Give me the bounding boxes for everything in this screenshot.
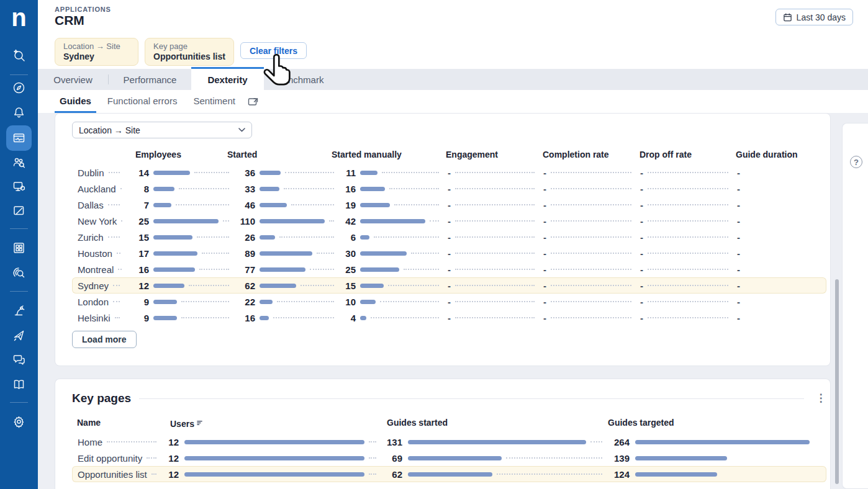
site-row-dallas[interactable]: Dallas74619---- (72, 197, 826, 213)
title-rule (139, 398, 804, 399)
site-name: Helsinki (72, 313, 122, 323)
breakdown-select[interactable]: Location → Site (72, 122, 252, 138)
sidebar-item-document-edit[interactable] (11, 203, 27, 218)
subtab-guides[interactable]: Guides (55, 90, 96, 113)
filter-chip-2[interactable]: Key pageOpportunities list (145, 38, 234, 66)
kebab-menu-icon[interactable]: ⋮ (815, 393, 826, 404)
sidebar-item-applications-pulse[interactable] (11, 130, 27, 146)
document-edit-icon (12, 204, 25, 217)
employees-bar (149, 284, 234, 288)
site-name: Sydney (72, 280, 122, 291)
tab-overview[interactable]: Overview (38, 69, 108, 90)
rocket-icon (12, 329, 25, 342)
guides-targeted-value: 139 (607, 453, 630, 464)
dotted-leader (430, 220, 439, 222)
page-title: CRM (55, 13, 84, 28)
dotted-leader (310, 269, 334, 270)
load-more-button[interactable]: Load more (72, 331, 137, 348)
key-page-row-opportunities-list[interactable]: Opportunities list1262124 (72, 466, 826, 482)
help-icon[interactable]: ? (850, 156, 862, 168)
guides-started-value: 62 (381, 469, 402, 480)
subtab-functional-errors[interactable]: Functional errors (102, 90, 183, 113)
dotted-leader (455, 317, 535, 318)
engagement-value: - (444, 264, 540, 275)
filter-chip-1[interactable]: Location → SiteSydney (55, 38, 138, 66)
column-header-name: Name (77, 418, 101, 428)
site-row-new-york[interactable]: New York2511042---- (72, 213, 826, 229)
sidebar-item-people-search[interactable] (11, 155, 27, 170)
site-row-sydney[interactable]: Sydney126215---- (72, 277, 826, 294)
engagement-value: - (444, 168, 540, 178)
subtab-sentiment[interactable]: Sentiment (188, 90, 240, 113)
dashboard-grid-icon (12, 241, 25, 254)
sidebar-item-robot-arm[interactable] (11, 303, 27, 318)
clear-filters-button[interactable]: Clear filters (240, 42, 307, 59)
dotted-leader (497, 473, 602, 475)
drop-off-rate-value: - (636, 297, 733, 307)
completion-rate-value: - (540, 184, 636, 194)
page-name: Home (72, 437, 159, 447)
column-header-users[interactable]: Users (170, 418, 202, 429)
dotted-leader (551, 253, 631, 254)
engagement-value: - (444, 297, 540, 307)
sidebar-item-rocket[interactable] (11, 328, 27, 343)
started-value: 33 (234, 184, 255, 194)
date-range-button[interactable]: Last 30 days (775, 9, 853, 25)
started-bar (255, 235, 339, 240)
guides-by-site-card: Location → Site EmployeesStartedStarted … (55, 113, 831, 366)
sidebar-item-chat-bubbles[interactable] (11, 352, 27, 367)
guide-duration-value: - (733, 248, 826, 259)
started-value: 110 (234, 216, 255, 227)
column-header: Guide duration (736, 150, 798, 159)
sidebar-item-ai-search[interactable] (11, 47, 27, 63)
column-header: Completion rate (543, 150, 609, 159)
started-manually-value: 25 (339, 264, 356, 275)
started-manually-bar (356, 171, 444, 175)
site-row-dublin[interactable]: Dublin143611---- (72, 164, 826, 181)
column-header-guides-targeted: Guides targeted (608, 418, 674, 428)
engagement-value: - (444, 313, 540, 323)
started-manually-bar (356, 219, 444, 223)
site-row-london[interactable]: London92210---- (72, 294, 826, 310)
open-window-icon[interactable] (248, 90, 258, 113)
site-row-auckland[interactable]: Auckland83316---- (72, 181, 826, 197)
site-row-montreal[interactable]: Montreal167725---- (72, 261, 826, 277)
started-manually-bar (356, 203, 444, 207)
site-name: Montreal (72, 264, 122, 275)
sidebar-divider (10, 228, 28, 229)
key-page-row-edit-opportunity[interactable]: Edit opportunity1269139 (72, 450, 826, 466)
guide-duration-value: - (733, 297, 826, 307)
employees-value: 25 (122, 216, 149, 227)
tab-dexterity[interactable]: Dexterity (191, 67, 264, 90)
engagement-value: - (444, 248, 540, 259)
tab-benchmark[interactable]: Benchmark (264, 69, 337, 90)
sidebar-item-compass[interactable] (11, 80, 27, 96)
sidebar-item-settings-gear[interactable] (11, 414, 27, 429)
users-value: 12 (159, 469, 179, 480)
app-logo[interactable]: n (0, 2, 38, 32)
tab-performance[interactable]: Performance (109, 69, 191, 90)
guides-targeted-bar (630, 472, 826, 477)
site-name: Dallas (72, 200, 122, 210)
sidebar-item-bell[interactable] (11, 105, 27, 120)
key-page-row-home[interactable]: Home12131264 (72, 434, 826, 450)
page-name: Opportunities list (72, 469, 159, 480)
sidebar-item-device-cube[interactable] (11, 179, 27, 194)
vertical-scrollbar[interactable] (835, 279, 839, 484)
site-row-helsinki[interactable]: Helsinki9164---- (72, 310, 826, 326)
drop-off-rate-value: - (636, 168, 733, 178)
sidebar-item-dashboard-grid[interactable] (11, 240, 27, 256)
started-value: 46 (234, 200, 255, 210)
sidebar-item-book[interactable] (11, 377, 27, 392)
sidebar-item-radar-search[interactable] (11, 265, 27, 280)
dotted-leader (285, 172, 334, 173)
users-bar (179, 456, 381, 460)
key-pages-table-header: NameUsersGuides startedGuides targeted (72, 418, 826, 433)
sub-tab-bar: GuidesFunctional errorsSentiment (38, 90, 868, 113)
dotted-leader (551, 220, 631, 222)
site-row-zurich[interactable]: Zurich15266---- (72, 229, 826, 245)
guide-duration-value: - (733, 313, 826, 323)
site-row-houston[interactable]: Houston178930---- (72, 245, 826, 261)
started-manually-value: 4 (339, 313, 356, 323)
breadcrumb-eyebrow: APPLICATIONS (55, 6, 111, 13)
